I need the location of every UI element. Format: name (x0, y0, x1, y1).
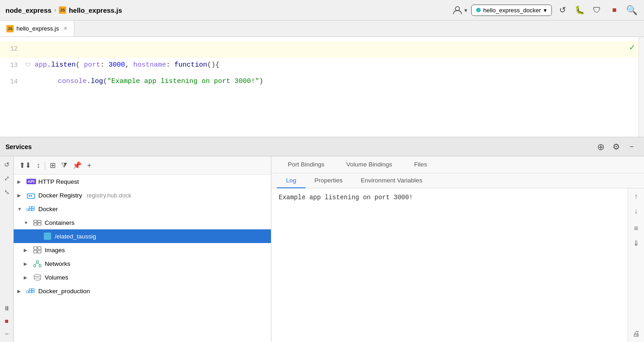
tab-volume-bindings[interactable]: Volume Bindings (335, 156, 403, 173)
containers-icon (33, 218, 42, 227)
tab-file-icon: JS (6, 25, 14, 32)
detail-right-buttons: ↑ ↓ ≡ ⇓ 🖨 (628, 188, 644, 342)
docker-icon (26, 204, 36, 213)
services-header-actions: ⊕ ⚙ − (594, 140, 639, 154)
grid-view-button[interactable]: ⊞ (48, 160, 57, 171)
stop-services-button[interactable]: ■ (1, 316, 12, 326)
svg-point-23 (34, 278, 41, 280)
editor-tabs: JS hello_express.js ✕ (0, 21, 644, 37)
api-icon: API (26, 177, 36, 186)
tree-item-docker-registry[interactable]: ▶ Docker Registry registry.hub.dock (14, 188, 271, 202)
svg-rect-9 (34, 220, 37, 223)
add-button[interactable]: + (85, 161, 93, 171)
log-text: Example app listening on port 3000! (279, 194, 413, 201)
services-body: ↺ ⤢ ⤡ ⏸ ■ − ⬆⬇ ↕ ⊞ ⧩ 📌 + ▶ (0, 156, 644, 342)
code-line-14: 14 console.log("Example app listening on… (0, 74, 644, 91)
svg-rect-15 (34, 250, 37, 253)
tab-label: hello_express.js (16, 25, 59, 32)
chevron-icon: ▶ (24, 248, 30, 253)
svg-point-0 (455, 7, 459, 11)
soft-wrap-button[interactable]: ⇓ (630, 237, 643, 249)
expand-all-button[interactable]: ⤢ (1, 173, 12, 184)
search-button[interactable]: 🔍 (625, 3, 639, 17)
tab-files[interactable]: Files (403, 156, 438, 173)
svg-rect-16 (38, 250, 41, 253)
svg-point-17 (36, 261, 39, 263)
minus-button[interactable]: − (1, 328, 12, 339)
chevron-icon: ▶ (17, 289, 24, 294)
item-label: Volumes (45, 274, 68, 281)
editor-tab-hello-express[interactable]: JS hello_express.js ✕ (0, 21, 74, 36)
code-line-12: 12 (0, 41, 644, 58)
tree-item-docker-production[interactable]: ▶ Docker_production (14, 284, 271, 298)
services-settings-button[interactable]: ⚙ (609, 140, 623, 154)
line-content-13: 🛡 app.listen( port: 3000, hostname: func… (25, 58, 644, 69)
item-label: Networks (45, 260, 70, 267)
svg-rect-27 (32, 291, 34, 293)
tree-item-images[interactable]: ▶ Images (14, 243, 271, 257)
print-button[interactable]: 🖨 (630, 327, 643, 340)
collapse-toolbar-button[interactable]: ↕ (35, 161, 42, 171)
services-panel: Services ⊕ ⚙ − ↺ ⤢ ⤡ ⏸ ■ − ⬆⬇ ↕ ⊞ ⧩ (0, 137, 644, 342)
top-bar: node_express › JS hello_express.js ▾ hel… (0, 0, 644, 21)
refresh-button[interactable]: ↺ (556, 3, 569, 17)
svg-rect-25 (29, 291, 31, 293)
tab-port-bindings[interactable]: Port Bindings (277, 156, 335, 173)
scroll-up-button[interactable]: ↑ (630, 190, 643, 203)
svg-rect-24 (26, 291, 29, 293)
add-service-button[interactable]: ⊕ (594, 140, 608, 154)
services-title: Services (5, 143, 594, 150)
item-label: Containers (45, 219, 74, 226)
tree-item-http-request[interactable]: ▶ API HTTP Request (14, 175, 271, 188)
svg-point-22 (34, 275, 41, 277)
run-config-button[interactable]: hello_express_docker ▾ (471, 5, 552, 16)
pin-button[interactable]: 📌 (71, 160, 83, 171)
left-side-buttons: ↺ ⤢ ⤡ ⏸ ■ − (0, 156, 14, 342)
wrap-text-button[interactable]: ≡ (630, 222, 643, 235)
networks-icon (33, 259, 42, 268)
tree-item-networks[interactable]: ▶ Networks (14, 257, 271, 270)
line-number-14: 14 (0, 74, 25, 85)
svg-rect-6 (29, 207, 31, 208)
tab-env-vars[interactable]: Environment Variables (352, 173, 431, 188)
collapse-all-button[interactable]: ⤡ (1, 187, 12, 197)
shield-button[interactable]: 🛡 (590, 3, 604, 17)
validation-checkmark: ✓ (629, 41, 635, 53)
log-area: Example app listening on port 3000! (271, 188, 628, 342)
editor-scrollbar[interactable] (639, 37, 644, 137)
tree-item-containers[interactable]: ▼ Containers (14, 216, 271, 229)
svg-rect-2 (29, 195, 30, 197)
tab-close-button[interactable]: ✕ (63, 26, 68, 31)
svg-rect-13 (34, 247, 37, 249)
detail-panel: Port Bindings Volume Bindings Files Log … (271, 156, 644, 342)
svg-line-21 (37, 263, 40, 265)
svg-rect-14 (38, 247, 41, 249)
tree-item-docker[interactable]: ▼ Docker (14, 202, 271, 216)
chevron-placeholder (34, 234, 40, 239)
scroll-down-button[interactable]: ↓ (630, 205, 643, 218)
svg-point-19 (39, 265, 42, 267)
expand-toolbar-button[interactable]: ⬆⬇ (17, 160, 33, 171)
docker-registry-icon (26, 191, 36, 200)
user-icon (452, 5, 462, 15)
file-name: hello_express.js (69, 6, 122, 14)
stop-button[interactable]: ■ (608, 3, 621, 17)
svg-rect-10 (34, 223, 37, 225)
tab-log[interactable]: Log (277, 173, 306, 188)
svg-rect-8 (32, 207, 34, 208)
svg-rect-3 (31, 195, 32, 197)
pause-button[interactable]: ⏸ (1, 303, 12, 314)
tree-item-elated-taussig[interactable]: /elated_taussig (14, 229, 271, 243)
refresh-services-button[interactable]: ↺ (1, 159, 12, 170)
code-editor: 12 13 🛡 app.listen( port: 3000, hostname… (0, 37, 644, 137)
tree-item-volumes[interactable]: ▶ Volumes (14, 270, 271, 284)
debug-button[interactable]: 🐛 (573, 3, 587, 17)
breadcrumb-separator: › (54, 7, 56, 13)
user-button[interactable]: ▾ (452, 5, 467, 15)
line-content-12 (25, 41, 644, 52)
services-minimize-button[interactable]: − (625, 140, 639, 154)
tab-properties[interactable]: Properties (306, 173, 352, 188)
filter-button[interactable]: ⧩ (59, 161, 69, 171)
item-label: Images (45, 247, 65, 254)
chevron-icon: ▶ (17, 193, 24, 198)
